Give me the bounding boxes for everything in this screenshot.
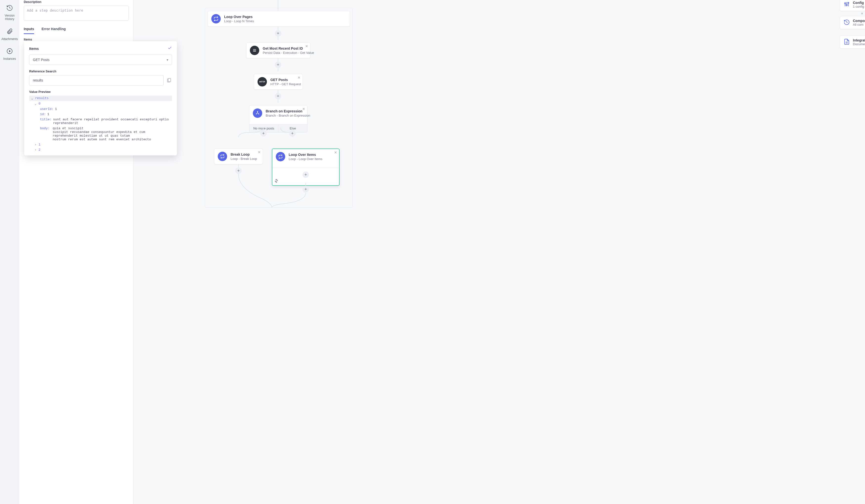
svg-point-9	[844, 3, 845, 4]
http-icon: HTTP	[257, 77, 267, 86]
add-step-button[interactable]: +	[260, 130, 267, 137]
tree-key: results	[35, 96, 49, 100]
chevron-down-icon[interactable]: ⌄	[31, 96, 34, 100]
sidebar-item-label: Version History	[5, 14, 14, 21]
node-loop-over-pages[interactable]: Loop Over Pages Loop - Loop N Times	[208, 11, 350, 27]
reference-search-label: Reference Search	[29, 69, 172, 73]
paperclip-icon	[6, 28, 13, 36]
tree-value: nostrum rerum est autem sunt rem eveniet…	[53, 138, 151, 141]
description-input[interactable]	[24, 6, 129, 21]
panel-subtitle: 1 config	[853, 5, 865, 8]
node-get-most-recent-post-id[interactable]: ✕ Get Most Recent Post ID Persist Data -…	[246, 43, 310, 58]
node-title: Loop Over Items	[289, 153, 323, 157]
document-icon	[843, 38, 850, 46]
tree-key: id:	[40, 113, 46, 116]
chevron-down-icon: ▾	[166, 58, 168, 62]
panel-title: Config I	[853, 1, 865, 5]
tree-node[interactable]: ⌄ results	[29, 96, 172, 101]
add-step-button[interactable]: +	[235, 167, 242, 174]
tree-leaf[interactable]: userId: 1	[29, 106, 172, 112]
history-icon	[843, 19, 850, 26]
add-step-button[interactable]: +	[289, 130, 296, 137]
close-icon[interactable]: ✕	[258, 150, 261, 154]
panel-integration[interactable]: Integrat Docume	[840, 36, 865, 49]
reference-search-input[interactable]	[29, 75, 164, 85]
tab-inputs[interactable]: Inputs	[24, 27, 34, 34]
value-preview-tree: ⌄ results ⌄ 0 userId: 1 id: 1 title: sun…	[29, 96, 172, 152]
sidebar-item-label: Instances	[3, 57, 16, 60]
svg-marker-1	[9, 50, 11, 52]
branch-icon	[253, 108, 262, 118]
database-icon	[250, 46, 259, 55]
sliders-icon	[843, 1, 850, 8]
panel-title: Compor	[853, 19, 865, 23]
tree-leaf[interactable]: id: 1	[29, 112, 172, 117]
svg-point-5	[257, 111, 258, 112]
add-step-button[interactable]: +	[275, 61, 281, 68]
node-break-loop[interactable]: ✕ Break Loop Loop - Break Loop	[214, 149, 263, 164]
sidebar: Version History Attachments Instances	[0, 0, 19, 504]
flow-canvas[interactable]: Loop Over Pages Loop - Loop N Times + ✕ …	[134, 0, 865, 504]
select-value: GET Posts	[33, 58, 49, 62]
close-icon[interactable]: ✕	[302, 107, 305, 111]
panel-subtitle: All com	[853, 23, 865, 26]
panel-title: Integrat	[853, 38, 865, 42]
chevron-down-icon[interactable]: ⌄	[35, 102, 37, 106]
node-subtitle: Loop - Loop N Times	[224, 19, 254, 23]
value-preview-label: Value Preview	[29, 90, 172, 94]
tree-value: suscipit recusandae consequuntur expedit…	[53, 130, 151, 134]
loop-icon	[218, 152, 227, 161]
history-icon	[6, 4, 13, 12]
tree-key: 0	[38, 102, 41, 105]
tree-value: 1	[47, 113, 49, 116]
sidebar-item-attachments[interactable]: Attachments	[1, 28, 18, 41]
panel-components[interactable]: ✕ Compor All com	[840, 16, 865, 29]
connector-line	[278, 0, 278, 11]
loop-icon	[211, 14, 221, 23]
node-subtitle: Loop - Break Loop	[231, 157, 257, 161]
add-step-button[interactable]: +	[275, 30, 281, 37]
clipboard-icon[interactable]	[166, 78, 172, 83]
node-subtitle: Persist Data - Execution - Get Value	[263, 51, 314, 55]
play-circle-icon	[6, 48, 13, 56]
svg-point-11	[846, 4, 847, 5]
tree-value: quia et suscipit	[53, 127, 151, 130]
loop-icon	[276, 152, 285, 161]
tree-key: title:	[40, 118, 51, 121]
node-subtitle: HTTP - GET Request	[270, 82, 301, 86]
add-step-button[interactable]: +	[275, 93, 281, 99]
node-subtitle: Loop - Loop Over Items	[289, 157, 323, 161]
tree-node[interactable]: › 2	[29, 147, 172, 152]
node-subtitle: Branch - Branch on Expression	[266, 114, 310, 117]
node-get-posts[interactable]: ✕ HTTP GET Posts HTTP - GET Request	[254, 74, 303, 90]
tree-leaf[interactable]: body: quia et suscipit suscipit recusand…	[29, 126, 172, 142]
tree-key: body:	[40, 127, 50, 130]
sidebar-item-instances[interactable]: Instances	[3, 48, 16, 60]
tree-key: userId:	[40, 107, 54, 111]
config-tabs: Inputs Error Handling	[19, 22, 133, 34]
sidebar-item-version-history[interactable]: Version History	[5, 4, 14, 21]
chevron-right-icon[interactable]: ›	[35, 143, 37, 146]
panel-config[interactable]: Config I 1 config	[840, 0, 865, 11]
reference-step-select[interactable]: GET Posts ▾	[29, 55, 172, 65]
chevron-right-icon[interactable]: ›	[35, 148, 37, 152]
tree-leaf[interactable]: title: sunt aut facere repellat providen…	[29, 117, 172, 126]
svg-point-13	[848, 2, 849, 3]
panel-subtitle: Docume	[853, 42, 865, 46]
tab-error-handling[interactable]: Error Handling	[42, 27, 66, 34]
close-icon[interactable]: ✕	[861, 12, 863, 15]
confirm-button[interactable]	[168, 46, 172, 51]
connector-line	[232, 174, 311, 208]
tree-node[interactable]: › 1	[29, 142, 172, 147]
description-label: Description	[24, 0, 129, 4]
items-popover: Items GET Posts ▾ Reference Search Value…	[24, 41, 177, 155]
svg-rect-16	[168, 78, 171, 82]
close-icon[interactable]: ✕	[298, 75, 301, 80]
svg-point-6	[256, 114, 256, 114]
node-title: GET Posts	[270, 78, 301, 82]
tree-value: 1	[55, 107, 57, 111]
close-icon[interactable]: ✕	[334, 151, 337, 154]
close-icon[interactable]: ✕	[305, 44, 308, 48]
tree-node[interactable]: ⌄ 0	[29, 101, 172, 106]
tree-value: reprehenderit molestiae ut ut quas totam	[53, 134, 151, 138]
